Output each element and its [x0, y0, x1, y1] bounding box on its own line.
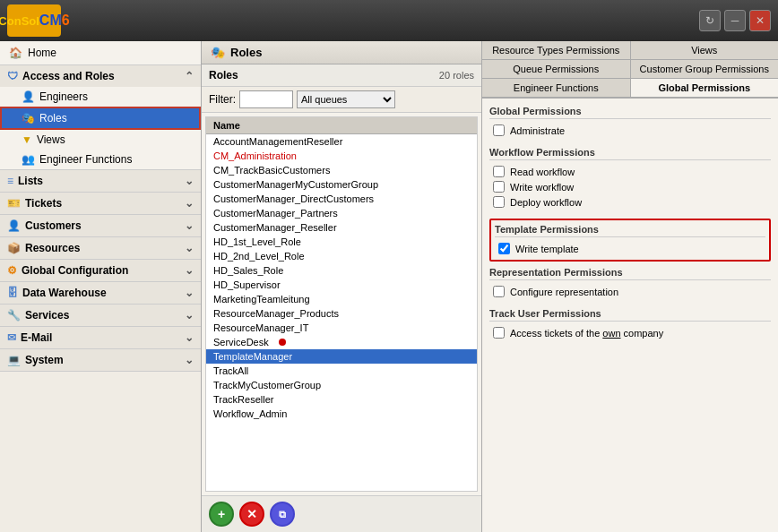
list-item[interactable]: MarketingTeamleitung [206, 292, 477, 306]
section-label-services: Services [25, 309, 69, 322]
email-icon: ✉ [7, 331, 16, 344]
services-icon: 🔧 [7, 309, 21, 322]
checkbox-configure-representation[interactable] [493, 286, 505, 297]
roles-icon: 🎭 [22, 112, 35, 124]
roles-list: Name AccountManagementReseller CM_Admini… [205, 116, 478, 492]
customers-icon: 👤 [7, 219, 21, 232]
checkbox-access-tickets-own-company[interactable] [493, 327, 505, 339]
checkbox-read-workflow[interactable] [493, 166, 505, 177]
engineer-functions-icon: 👥 [22, 153, 35, 166]
sidebar-item-roles[interactable]: 🎭 Roles [0, 107, 201, 130]
refresh-button[interactable]: ↻ [699, 10, 721, 31]
tab-queue-permissions[interactable]: Queue Permissions [482, 60, 631, 78]
list-item[interactable]: TrackAll [206, 364, 477, 378]
permissions-content: Global Permissions Administrate Workflow… [482, 99, 778, 532]
shield-icon: 🛡 [7, 70, 18, 82]
list-item[interactable]: CM_Administration [206, 149, 477, 163]
checkbox-write-workflow[interactable] [493, 181, 505, 193]
data-warehouse-icon: 🗄 [7, 287, 18, 299]
queue-filter-select[interactable]: All queues [297, 90, 395, 108]
list-item[interactable]: ServiceDesk [206, 335, 477, 349]
nav-section-header-customers[interactable]: 👤 Customers ⌄ [0, 215, 201, 236]
section-label-customers: Customers [25, 219, 82, 232]
nav-section-resources: 📦 Resources ⌄ [0, 237, 201, 260]
tab-engineer-functions[interactable]: Engineer Functions [482, 79, 631, 97]
nav-items-access-roles: 👤 Engineers 🎭 Roles ▼ Views 👥 Engineer F… [0, 87, 201, 169]
checkbox-deploy-workflow[interactable] [493, 196, 505, 208]
sidebar-item-label-engineers: Engineers [39, 90, 88, 103]
section-label-system: System [25, 354, 64, 366]
list-item[interactable]: CustomerManager_Partners [206, 206, 477, 220]
tab-resource-types-permissions[interactable]: Resource Types Permissions [482, 41, 631, 59]
nav-section-header-system[interactable]: 💻 System ⌄ [0, 349, 201, 371]
roles-panel-title-repeat: Roles [209, 69, 238, 82]
app-header: ConSolCM6 ↻ ─ ✕ [0, 0, 778, 41]
home-label: Home [28, 47, 56, 59]
list-item[interactable]: ResourceManager_Products [206, 306, 477, 321]
tab-views[interactable]: Views [631, 41, 779, 59]
list-item[interactable]: Workflow_Admin [206, 407, 477, 421]
close-button[interactable]: ✕ [749, 10, 771, 31]
label-configure-representation: Configure representation [510, 287, 618, 297]
home-icon: 🏠 [9, 47, 22, 59]
filter-input[interactable] [239, 90, 293, 108]
sidebar-item-engineers[interactable]: 👤 Engineers [0, 87, 201, 107]
perm-item-write-template: Write template [495, 241, 765, 256]
list-item[interactable]: HD_1st_Level_Role [206, 235, 477, 249]
app-logo: ConSolCM6 [7, 4, 61, 37]
permissions-tabs-top: Resource Types Permissions Views [482, 41, 778, 60]
nav-section-header-services[interactable]: 🔧 Services ⌄ [0, 305, 201, 326]
list-item[interactable]: TemplateManager [206, 349, 477, 364]
section-title-representation: Representation Permissions [489, 267, 771, 280]
chevron-up-icon: ⌃ [185, 70, 194, 82]
list-item[interactable]: CM_TrackBasicCustomers [206, 163, 477, 177]
delete-role-button[interactable]: ✕ [239, 502, 264, 527]
nav-section-header-access-roles[interactable]: 🛡 Access and Roles ⌃ [0, 65, 201, 87]
list-item[interactable]: ResourceManager_IT [206, 321, 477, 335]
tickets-icon: 🎫 [7, 197, 21, 210]
tab-global-permissions[interactable]: Global Permissions [631, 79, 779, 97]
list-item[interactable]: TrackMyCustomerGroup [206, 378, 477, 392]
permissions-panel: Resource Types Permissions Views Queue P… [482, 41, 778, 532]
section-label-lists: Lists [18, 175, 43, 187]
filter-label: Filter: [209, 93, 236, 106]
nav-section-email: ✉ E-Mail ⌄ [0, 327, 201, 349]
copy-role-button[interactable]: ⧉ [270, 502, 295, 527]
sidebar-item-label-engineer-functions: Engineer Functions [39, 153, 132, 166]
section-label-data-warehouse: Data Warehouse [22, 287, 107, 299]
sidebar-scroll: 🛡 Access and Roles ⌃ 👤 Engineers 🎭 Roles… [0, 65, 201, 532]
list-item[interactable]: CustomerManager_Reseller [206, 220, 477, 235]
nav-section-header-global-config[interactable]: ⚙ Global Configuration ⌄ [0, 260, 201, 281]
list-item[interactable]: AccountManagementReseller [206, 134, 477, 149]
list-item[interactable]: TrackReseller [206, 392, 477, 407]
list-item[interactable]: HD_2nd_Level_Role [206, 249, 477, 263]
main-container: 🏠 Home 🛡 Access and Roles ⌃ 👤 Engineers … [0, 41, 778, 532]
tab-customer-group-permissions[interactable]: Customer Group Permissions [631, 60, 779, 78]
sidebar-home[interactable]: 🏠 Home [0, 41, 201, 65]
nav-section-header-data-warehouse[interactable]: 🗄 Data Warehouse ⌄ [0, 282, 201, 304]
chevron-down-icon-data: ⌄ [185, 287, 194, 299]
list-item[interactable]: HD_Supervisor [206, 278, 477, 292]
nav-section-header-tickets[interactable]: 🎫 Tickets ⌄ [0, 193, 201, 214]
label-administrate: Administrate [510, 125, 565, 136]
sidebar-item-engineer-functions[interactable]: 👥 Engineer Functions [0, 150, 201, 169]
perm-item-deploy-workflow: Deploy workflow [489, 194, 771, 210]
add-role-button[interactable]: + [209, 502, 234, 527]
own-text: own [602, 328, 620, 339]
label-write-template: Write template [515, 244, 579, 254]
sidebar-item-views[interactable]: ▼ Views [0, 130, 201, 150]
nav-section-header-email[interactable]: ✉ E-Mail ⌄ [0, 327, 201, 348]
minimize-button[interactable]: ─ [724, 10, 746, 31]
nav-section-header-resources[interactable]: 📦 Resources ⌄ [0, 237, 201, 259]
section-label-resources: Resources [25, 242, 80, 254]
nav-section-global-config: ⚙ Global Configuration ⌄ [0, 260, 201, 282]
lists-icon: ≡ [7, 175, 13, 187]
system-icon: 💻 [7, 354, 21, 366]
list-item[interactable]: CustomerManager_DirectCustomers [206, 192, 477, 206]
roles-panel: 🎭 Roles Roles 20 roles Filter: All queue… [202, 41, 482, 532]
list-item[interactable]: HD_Sales_Role [206, 263, 477, 278]
nav-section-header-lists[interactable]: ≡ Lists ⌄ [0, 170, 201, 192]
checkbox-write-template[interactable] [498, 243, 510, 254]
list-item[interactable]: CustomerManagerMyCustomerGroup [206, 177, 477, 192]
checkbox-administrate[interactable] [493, 124, 505, 136]
